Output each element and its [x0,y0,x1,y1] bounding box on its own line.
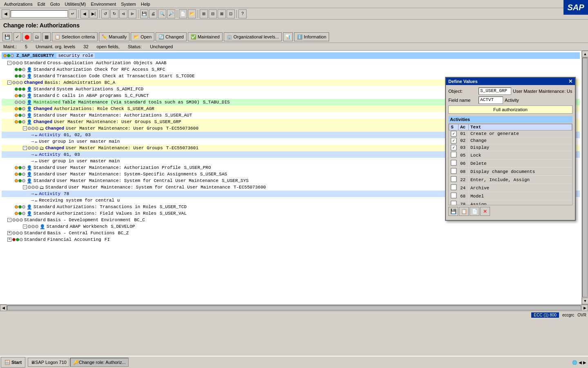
activity-checkbox[interactable] [451,184,457,190]
menu-edit[interactable]: Edit [35,1,48,7]
dialog-copy-btn[interactable]: 📋 [459,207,469,216]
menu-utilities[interactable]: Utilities(M) [62,1,89,7]
save-func-btn[interactable]: 💾 [2,32,12,41]
taskbar-sap-logon[interactable]: 🖥 SAP Logon 710 [28,358,69,367]
tree-row[interactable]: - 👤 Standard ABAP Workbench S_DEVELOP [2,223,580,230]
activity-checkbox[interactable] [451,193,457,198]
command-input[interactable] [11,10,68,18]
activity-checkbox[interactable] [451,160,457,166]
checkbox-cell[interactable] [449,151,459,159]
scroll-up-btn[interactable]: ▲ [582,51,588,57]
nav-btn1[interactable]: ⊲ [119,9,127,18]
expand-icon[interactable]: - [23,126,27,130]
table-row[interactable]: 01Create or generate [449,130,572,137]
scroll-track[interactable] [582,58,588,297]
checkbox-cell[interactable] [449,192,459,200]
checkbox-cell[interactable] [449,137,459,144]
expand-icon[interactable]: - [23,185,27,189]
table-row[interactable]: 05Lock [449,151,572,159]
tree-row[interactable]: - Standard Cross-application Authorizati… [2,60,580,66]
menu-authorizations[interactable]: Authorizations [2,1,35,7]
dialog-paste-btn[interactable]: 📄 [470,207,479,216]
selection-criteria-btn[interactable]: 📋 Selection criteria [52,32,98,41]
expand-icon[interactable]: - [23,224,27,229]
dialog-close-btn[interactable]: ✕ [568,79,572,84]
misc-btn2[interactable]: ⊟ [209,9,217,18]
menu-goto[interactable]: Goto [48,1,62,7]
tree-row[interactable]: 👤 Standard Authorization Check for RFC A… [2,66,580,73]
vertical-scrollbar[interactable]: ▲ ▼ [581,51,588,304]
prev-btn[interactable]: ◀ [80,9,89,18]
start-button[interactable]: 🪟 Start [1,357,25,368]
checkbox-cell[interactable] [449,144,459,151]
checkbox-cell[interactable] [449,168,459,176]
horizontal-scrollbar[interactable]: ◀ ▶ [0,304,588,311]
expand-icon[interactable]: - [7,81,11,85]
new-btn[interactable]: 📄 [179,9,187,18]
scroll-down-btn[interactable]: ▼ [582,298,588,304]
table-btn[interactable]: 📊 [283,32,293,41]
table-row[interactable]: 08Display change documents [449,168,572,176]
find-next-btn[interactable]: 🔎 [167,9,175,18]
enter-btn[interactable]: ↵ [69,9,77,18]
activity-checkbox[interactable] [451,201,457,205]
scroll-right-btn[interactable]: ▶ [581,305,588,311]
checkbox-cell[interactable] [449,184,459,192]
grid-btn[interactable]: ▦ [42,32,51,41]
maintained-func-btn[interactable]: ✅ Maintained [188,32,223,41]
table-row[interactable]: 24Archive [449,184,572,192]
nav-btn2[interactable]: ⊳ [128,9,136,18]
checkbox-cell[interactable] [449,200,459,206]
scroll-left-btn[interactable]: ◀ [0,305,7,311]
activity-checkbox[interactable] [451,168,457,174]
activities-scroll[interactable]: S Ac Text 01Create or generate02Change03… [448,123,572,205]
activity-checkbox[interactable] [451,176,457,182]
misc-btn1[interactable]: ⊞ [200,9,208,18]
reload-btn[interactable]: ↻ [110,9,118,18]
org-levels-btn[interactable]: 🏢 Organizational levels... [224,32,282,41]
tree-row[interactable]: + Standard Basis - Central Functions BC_… [2,230,580,236]
open-func-btn[interactable]: 📂 Open [131,32,154,41]
table-row[interactable]: 68Model [449,192,572,200]
help-btn[interactable]: ? [238,9,247,18]
menu-help[interactable]: Help [138,1,153,7]
print-btn[interactable]: 🖨 [149,9,157,18]
activity-checkbox[interactable] [451,145,457,150]
table-row[interactable]: 78Assign [449,200,572,206]
menu-system[interactable]: System [118,1,138,7]
checkbox-cell[interactable] [449,159,459,168]
activity-checkbox[interactable] [451,131,457,137]
manually-btn[interactable]: ✏️ Manually [99,32,129,41]
open-btn2[interactable]: 📂 [188,9,196,18]
hscroll-track[interactable] [7,305,581,310]
misc-btn4[interactable]: ⊡ [227,9,235,18]
checkbox-cell[interactable] [449,176,459,184]
back-btn[interactable]: ◀ [2,9,10,18]
expand-icon[interactable]: - [7,218,11,222]
table-row[interactable]: 06Delete [449,159,572,168]
checkbox-cell[interactable] [449,130,459,137]
expand-icon[interactable]: + [7,231,11,235]
info-btn[interactable]: ℹ️ Information [294,32,329,41]
table-row[interactable]: 22Enter, Include, Assign [449,176,572,184]
table-row[interactable]: 02Change [449,137,572,144]
find-btn[interactable]: 🔍 [158,9,166,18]
dialog-cancel-btn[interactable]: ✕ [480,207,490,216]
next-page-btn[interactable]: ▶| [89,9,98,18]
tree-row[interactable]: + Standard Financial Accounting FI [2,236,580,243]
full-auth-button[interactable]: Full authorization [448,105,572,114]
activity-checkbox[interactable] [451,138,457,144]
floppy-btn[interactable]: 🗂 [33,32,41,41]
activity-checkbox[interactable] [451,152,457,157]
refresh-btn[interactable]: ↺ [101,9,109,18]
table-row[interactable]: 03Display [449,144,572,151]
dialog-save-btn[interactable]: 💾 [448,207,458,216]
changed-func-btn[interactable]: 🔄 Changed [156,32,187,41]
check-func-btn[interactable]: ✓ [13,32,21,41]
taskbar-change-role[interactable]: 🔑 Change role: Authoriz... [70,358,129,367]
red-btn[interactable]: ⬤ [22,32,31,41]
save-btn[interactable]: 💾 [140,9,148,18]
menu-environment[interactable]: Environment [89,1,119,7]
misc-btn3[interactable]: ⊠ [218,9,226,18]
expand-icon[interactable]: + [7,238,11,242]
